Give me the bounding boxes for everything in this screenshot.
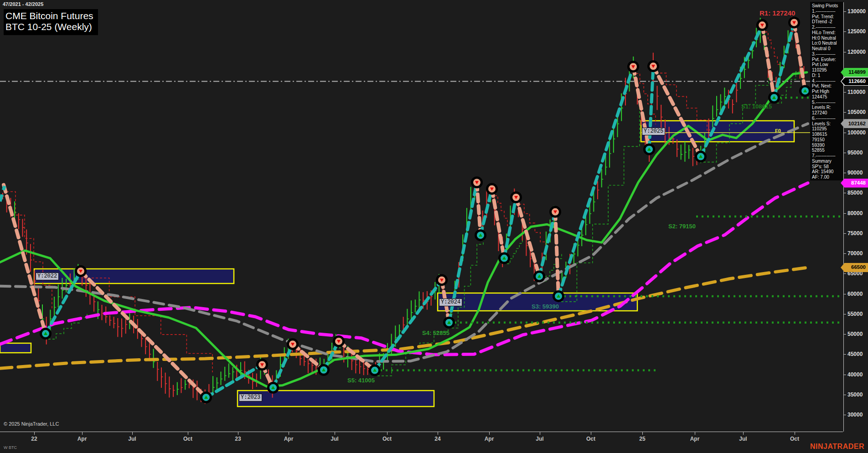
time-axis-label: 22: [31, 436, 37, 442]
panel-line: Pvt Low: [812, 62, 842, 67]
stop-step-line: [6, 192, 52, 309]
time-axis-label: Jul: [536, 436, 543, 442]
time-axis-tick: [387, 432, 388, 435]
panel-line: Pvt. Trend:: [812, 14, 842, 20]
time-axis-tick: [642, 432, 643, 435]
price-axis-tick: [843, 193, 846, 193]
price-axis-label: 130000: [847, 8, 866, 15]
time-axis-line[interactable]: [0, 432, 843, 432]
price-axis-label: 110000: [847, 89, 865, 95]
time-axis-label: Oct: [183, 436, 192, 442]
mid-gray-moving-average: [0, 124, 808, 361]
swing-down-line: [555, 212, 558, 296]
price-axis-tick: [843, 52, 846, 52]
panel-line: 79150: [812, 137, 842, 143]
price-axis-label: 100000: [847, 129, 866, 136]
time-axis-label: 23: [235, 436, 241, 442]
time-axis-label: Apr: [78, 436, 87, 442]
instrument-tag: W BTC: [4, 445, 17, 450]
price-axis-label: 60000: [847, 291, 863, 297]
time-axis-tick: [335, 432, 335, 435]
price-axis-label: 95000: [847, 149, 863, 156]
panel-line: 5.-------------: [812, 100, 842, 105]
swing-down-line: [477, 182, 480, 235]
panel-line: AF: 7.00: [812, 175, 842, 180]
swing-down-line: [794, 22, 805, 91]
price-axis-tick: [843, 11, 846, 12]
chart-window: 47/2021 - 42/2025 CME Bitcoin Futures BT…: [0, 0, 868, 453]
time-axis-tick: [489, 432, 490, 435]
panel-line: Summary: [812, 159, 842, 164]
panel-line: 108615: [812, 132, 842, 137]
price-axis-label: 85000: [847, 190, 863, 196]
time-axis-tick: [743, 432, 744, 435]
year-box-label: Y:2022: [36, 273, 59, 280]
price-axis-tick: [843, 273, 846, 274]
year-range-box: [34, 269, 234, 283]
panel-line: 6.-------------: [812, 116, 842, 121]
panel-line: HiLo Trend:: [812, 30, 842, 36]
copyright-text: © 2025 NinjaTrader, LLC: [4, 421, 59, 427]
price-axis-tick: [843, 31, 846, 32]
price-tag: 114899: [841, 68, 868, 77]
time-axis-tick: [540, 432, 540, 435]
panel-line: 2.-------------: [812, 25, 842, 30]
panel-line: 3.-------------: [812, 51, 842, 57]
panel-line: 4.-------------: [812, 78, 842, 84]
price-tag: 102162: [841, 119, 868, 128]
time-axis-label: Apr: [690, 436, 700, 442]
price-axis-tick: [843, 375, 846, 375]
price-axis-label: 35000: [847, 391, 863, 398]
time-axis-tick: [289, 432, 289, 435]
support-level-label: S1: 108615: [741, 103, 772, 110]
price-axis-tick: [843, 415, 846, 415]
price-tag-value: 66500: [842, 263, 868, 271]
price-axis-label: 80000: [847, 210, 863, 216]
panel-line: 110295: [812, 126, 842, 132]
panel-line: D: 1: [812, 73, 842, 78]
time-axis-label: Apr: [485, 436, 494, 442]
time-axis-tick: [438, 432, 438, 435]
time-axis-label: 25: [639, 436, 645, 442]
price-axis-tick: [843, 112, 846, 113]
time-axis-label: Jul: [739, 436, 747, 442]
price-axis-line[interactable]: [843, 2, 844, 432]
panel-line: Neutral 0: [812, 46, 842, 51]
time-axis-tick: [132, 432, 133, 435]
price-axis-label: 105000: [847, 109, 866, 115]
price-tag-value: 87448: [842, 179, 868, 187]
price-axis-tick: [843, 294, 846, 294]
time-axis-label: Oct: [790, 436, 799, 442]
year-range-box: [0, 343, 31, 353]
panel-line: Swing Pivots: [812, 3, 842, 9]
price-chart-canvas[interactable]: [0, 0, 868, 453]
price-tag-value: 114899: [842, 68, 868, 76]
ninjatrader-watermark: NINJATRADER: [810, 443, 864, 451]
time-axis-tick: [34, 432, 35, 435]
price-axis-tick: [843, 395, 846, 395]
panel-line: 7.-------------: [812, 153, 842, 159]
price-axis-label: 70000: [847, 250, 863, 257]
price-axis-tick: [843, 314, 846, 314]
panel-line: 52855: [812, 148, 842, 153]
price-axis-tick: [843, 253, 846, 254]
price-tag: 112660: [841, 77, 868, 86]
support-level-label: S4: 52855: [422, 329, 450, 336]
panel-line: 110295: [812, 67, 842, 73]
price-axis-tick: [843, 92, 846, 93]
price-axis-label: 75000: [847, 230, 863, 237]
year-box-label: Y:2025: [642, 128, 665, 135]
price-axis-tick: [843, 173, 846, 173]
price-axis-label: 50000: [847, 331, 863, 337]
panel-line: Hi:0 Neutral: [812, 36, 842, 41]
swing-down-line: [81, 271, 206, 397]
panel-line: Levels S:: [812, 121, 842, 127]
panel-line: 1.-------------: [812, 9, 842, 14]
panel-line: 59390: [812, 143, 842, 148]
panel-line: Pvt. Next:: [812, 83, 842, 89]
time-axis-label: Jul: [128, 436, 136, 442]
support-level-label: S3: 59390: [532, 303, 559, 310]
year-range-box: [238, 391, 434, 407]
price-axis-label: 120000: [847, 49, 866, 55]
swing-up-line: [273, 344, 293, 388]
